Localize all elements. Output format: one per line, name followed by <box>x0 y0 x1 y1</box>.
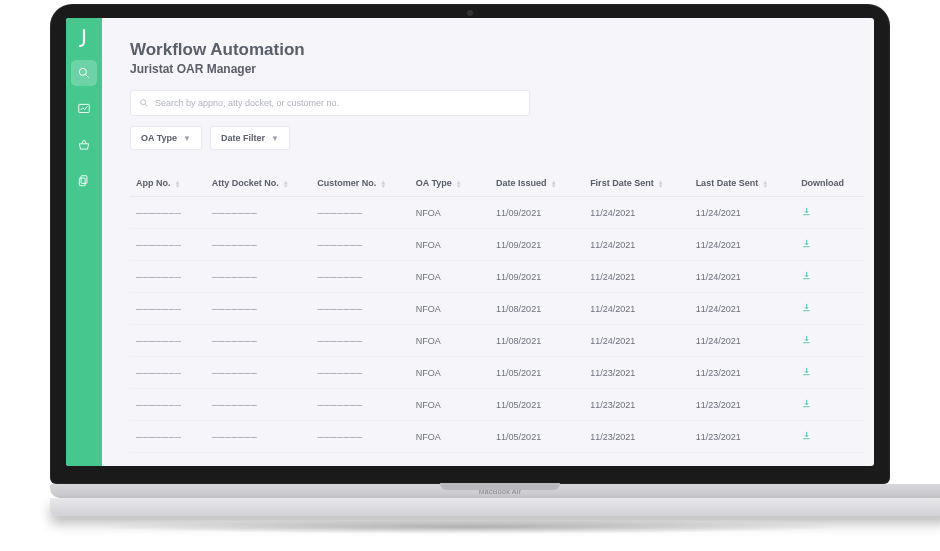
cell-download <box>795 197 864 229</box>
search-input[interactable] <box>155 98 521 108</box>
copy-icon <box>77 174 91 188</box>
table-row: —————————————————————NFOA11/09/202111/24… <box>130 197 864 229</box>
table-row: —————————————————————NFOA11/08/202111/24… <box>130 325 864 357</box>
cell-first-sent: 11/24/2021 <box>584 197 690 229</box>
cell-oa-type: NFOA <box>410 293 490 325</box>
cell-atty-docket: ——————— <box>206 421 312 453</box>
cell-download <box>795 261 864 293</box>
sort-icon: ▲▼ <box>283 180 289 188</box>
cell-atty-docket: ——————— <box>206 261 312 293</box>
filters-row: OA Type ▼ Date Filter ▼ <box>130 126 874 150</box>
cell-customer-no: ——————— <box>311 229 410 261</box>
col-app-no[interactable]: App No.▲▼ <box>130 170 206 197</box>
cell-customer-no: ——————— <box>311 357 410 389</box>
col-date-issued[interactable]: Date Issued▲▼ <box>490 170 584 197</box>
table-row: —————————————————————NFOA11/08/202111/24… <box>130 293 864 325</box>
cell-date-issued: 11/09/2021 <box>490 197 584 229</box>
cell-date-issued: 11/08/2021 <box>490 325 584 357</box>
col-oa-type[interactable]: OA Type▲▼ <box>410 170 490 197</box>
cell-date-issued: 11/05/2021 <box>490 421 584 453</box>
page-title: Workflow Automation <box>130 40 874 60</box>
cell-date-issued: 11/08/2021 <box>490 293 584 325</box>
download-icon[interactable] <box>801 433 812 443</box>
main-content: Workflow Automation Juristat OAR Manager… <box>102 18 874 466</box>
sort-icon: ▲▼ <box>762 180 768 188</box>
filter-label: OA Type <box>141 133 177 143</box>
caret-down-icon: ▼ <box>271 134 279 143</box>
cell-app-no: ——————— <box>130 197 206 229</box>
cell-last-sent: 11/24/2021 <box>690 229 796 261</box>
nav-analytics[interactable] <box>71 96 97 122</box>
col-atty-docket[interactable]: Atty Docket No.▲▼ <box>206 170 312 197</box>
sort-icon: ▲▼ <box>175 180 181 188</box>
col-first-sent[interactable]: First Date Sent▲▼ <box>584 170 690 197</box>
table-row: —————————————————————NFOA11/09/202111/24… <box>130 261 864 293</box>
sort-icon: ▲▼ <box>658 180 664 188</box>
svg-point-5 <box>141 100 146 105</box>
svg-point-0 <box>79 68 86 75</box>
page-subtitle: Juristat OAR Manager <box>130 62 874 76</box>
table-row: —————————————————————NFOA11/05/202111/23… <box>130 357 864 389</box>
filter-date[interactable]: Date Filter ▼ <box>210 126 290 150</box>
cell-app-no: ——————— <box>130 293 206 325</box>
cell-oa-type: NFOA <box>410 261 490 293</box>
cell-download <box>795 293 864 325</box>
laptop-base <box>50 498 940 516</box>
caret-down-icon: ▼ <box>183 134 191 143</box>
cell-app-no: ——————— <box>130 229 206 261</box>
search-icon <box>139 98 149 108</box>
cell-app-no: ——————— <box>130 325 206 357</box>
logo-icon <box>72 26 96 50</box>
cell-last-sent: 11/24/2021 <box>690 261 796 293</box>
cell-atty-docket: ——————— <box>206 293 312 325</box>
download-icon[interactable] <box>801 369 812 379</box>
cell-app-no: ——————— <box>130 357 206 389</box>
cell-date-issued: 11/09/2021 <box>490 261 584 293</box>
cell-app-no: ——————— <box>130 421 206 453</box>
cell-first-sent: 11/23/2021 <box>584 389 690 421</box>
filter-oa-type[interactable]: OA Type ▼ <box>130 126 202 150</box>
cell-download <box>795 389 864 421</box>
cell-customer-no: ——————— <box>311 389 410 421</box>
cell-last-sent: 11/24/2021 <box>690 325 796 357</box>
cell-first-sent: 11/24/2021 <box>584 229 690 261</box>
cell-last-sent: 11/23/2021 <box>690 357 796 389</box>
cell-customer-no: ——————— <box>311 261 410 293</box>
svg-rect-3 <box>81 176 87 184</box>
nav-search[interactable] <box>71 60 97 86</box>
cell-first-sent: 11/24/2021 <box>584 293 690 325</box>
col-last-sent[interactable]: Last Date Sent▲▼ <box>690 170 796 197</box>
cell-customer-no: ——————— <box>311 197 410 229</box>
cell-oa-type: NFOA <box>410 325 490 357</box>
cell-atty-docket: ——————— <box>206 229 312 261</box>
sort-icon: ▲▼ <box>380 180 386 188</box>
download-icon[interactable] <box>801 273 812 283</box>
col-customer-no[interactable]: Customer No.▲▼ <box>311 170 410 197</box>
basket-icon <box>77 138 91 152</box>
nav-basket[interactable] <box>71 132 97 158</box>
nav-docs[interactable] <box>71 168 97 194</box>
laptop-shadow <box>90 520 850 534</box>
sidebar <box>66 18 102 466</box>
cell-app-no: ——————— <box>130 261 206 293</box>
cell-date-issued: 11/05/2021 <box>490 357 584 389</box>
cell-last-sent: 11/23/2021 <box>690 421 796 453</box>
trackpad-notch <box>440 483 560 490</box>
download-icon[interactable] <box>801 209 812 219</box>
cell-download <box>795 421 864 453</box>
cell-first-sent: 11/24/2021 <box>584 261 690 293</box>
cell-date-issued: 11/09/2021 <box>490 229 584 261</box>
cell-customer-no: ——————— <box>311 421 410 453</box>
cell-oa-type: NFOA <box>410 421 490 453</box>
download-icon[interactable] <box>801 241 812 251</box>
svg-rect-4 <box>79 178 85 186</box>
cell-first-sent: 11/23/2021 <box>584 357 690 389</box>
results-table: App No.▲▼ Atty Docket No.▲▼ Customer No.… <box>130 170 874 453</box>
cell-customer-no: ——————— <box>311 325 410 357</box>
table-row: —————————————————————NFOA11/05/202111/23… <box>130 389 864 421</box>
download-icon[interactable] <box>801 305 812 315</box>
search-input-wrap[interactable] <box>130 90 530 116</box>
download-icon[interactable] <box>801 337 812 347</box>
download-icon[interactable] <box>801 401 812 411</box>
cell-first-sent: 11/24/2021 <box>584 325 690 357</box>
